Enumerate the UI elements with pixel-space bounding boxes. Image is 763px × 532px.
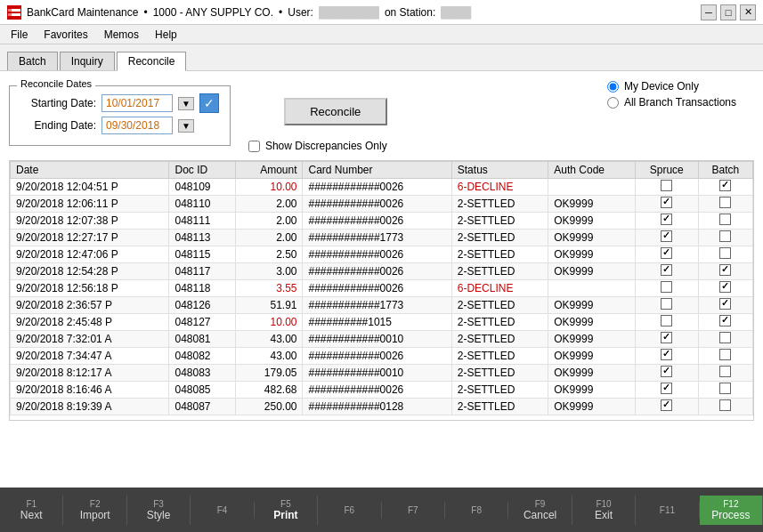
cell-spruce[interactable] xyxy=(635,179,698,196)
ending-date-dropdown[interactable]: ▼ xyxy=(178,119,194,133)
cell-spruce[interactable] xyxy=(635,297,698,314)
batch-checkbox[interactable] xyxy=(719,399,731,411)
cell-docid: 048081 xyxy=(169,331,235,348)
cell-batch[interactable] xyxy=(698,230,752,246)
menu-memos[interactable]: Memos xyxy=(97,27,146,43)
fkey-label: Print xyxy=(273,509,297,521)
cell-batch[interactable]: ✓ xyxy=(698,297,752,314)
batch-checkbox[interactable] xyxy=(719,366,731,377)
spruce-checkbox[interactable] xyxy=(661,298,672,310)
batch-checkbox[interactable] xyxy=(719,197,731,208)
batch-checkbox[interactable] xyxy=(719,349,731,360)
minimize-button[interactable]: ─ xyxy=(701,4,717,20)
cell-card: ############0026 xyxy=(303,196,451,213)
cell-spruce[interactable]: ✓ xyxy=(635,196,698,213)
fkey-f9[interactable]: F9Cancel xyxy=(508,496,572,525)
cell-card: ############1773 xyxy=(303,297,451,314)
date-confirm-button[interactable]: ✓ xyxy=(199,93,219,113)
spruce-checkbox[interactable] xyxy=(661,180,672,191)
menu-help[interactable]: Help xyxy=(148,27,184,43)
cell-batch[interactable] xyxy=(698,213,752,230)
fkey-f4[interactable]: F4 xyxy=(191,502,254,519)
cell-batch[interactable] xyxy=(698,246,752,263)
fkey-f10[interactable]: F10Exit xyxy=(572,496,636,525)
menu-file[interactable]: File xyxy=(4,27,35,43)
batch-checkbox[interactable] xyxy=(719,383,731,394)
cell-status: 2-SETTLED xyxy=(451,196,548,213)
reconcile-button[interactable]: Reconcile xyxy=(284,98,387,125)
cell-batch[interactable]: ✓ xyxy=(698,314,752,331)
cell-card: ##########1015 xyxy=(303,314,451,331)
close-button[interactable]: ✕ xyxy=(740,4,756,20)
batch-checkbox[interactable] xyxy=(719,230,731,242)
spruce-checkbox[interactable]: ✓ xyxy=(661,230,672,242)
cell-spruce[interactable]: ✓ xyxy=(635,365,698,382)
starting-date-input[interactable] xyxy=(101,94,173,112)
spruce-checkbox[interactable]: ✓ xyxy=(661,264,672,276)
spruce-checkbox[interactable]: ✓ xyxy=(661,197,672,208)
cell-spruce[interactable]: ✓ xyxy=(635,230,698,246)
batch-checkbox[interactable] xyxy=(719,332,731,343)
cell-spruce[interactable] xyxy=(635,314,698,331)
tab-reconcile[interactable]: Reconcile xyxy=(117,52,187,71)
spruce-checkbox[interactable]: ✓ xyxy=(661,399,672,411)
spruce-checkbox[interactable] xyxy=(661,315,672,326)
ending-date-input[interactable] xyxy=(101,117,173,134)
cell-spruce[interactable]: ✓ xyxy=(635,348,698,365)
batch-checkbox[interactable]: ✓ xyxy=(719,281,731,293)
my-device-radio[interactable] xyxy=(607,81,619,93)
batch-checkbox[interactable]: ✓ xyxy=(719,315,731,326)
cell-batch[interactable] xyxy=(698,331,752,348)
cell-spruce[interactable]: ✓ xyxy=(635,246,698,263)
cell-spruce[interactable]: ✓ xyxy=(635,263,698,280)
starting-date-dropdown[interactable]: ▼ xyxy=(178,97,194,110)
fkey-f7[interactable]: F7 xyxy=(382,502,445,519)
fkey-f5[interactable]: F5Print xyxy=(255,496,318,525)
cell-batch[interactable]: ✓ xyxy=(698,179,752,196)
cell-batch[interactable] xyxy=(698,399,752,415)
batch-checkbox[interactable]: ✓ xyxy=(719,180,731,191)
menu-favorites[interactable]: Favorites xyxy=(37,27,94,43)
batch-checkbox[interactable] xyxy=(719,247,731,259)
cell-batch[interactable] xyxy=(698,348,752,365)
fkey-f3[interactable]: F3Style xyxy=(127,496,191,525)
batch-checkbox[interactable]: ✓ xyxy=(719,264,731,276)
spruce-checkbox[interactable]: ✓ xyxy=(661,247,672,259)
batch-checkbox[interactable]: ✓ xyxy=(719,298,731,310)
cell-spruce[interactable] xyxy=(635,280,698,297)
cell-batch[interactable] xyxy=(698,382,752,399)
fkey-f12[interactable]: F12Process xyxy=(700,496,763,525)
cell-batch[interactable]: ✓ xyxy=(698,280,752,297)
cell-docid: 048117 xyxy=(169,263,235,280)
tab-inquiry[interactable]: Inquiry xyxy=(60,52,115,70)
cell-spruce[interactable]: ✓ xyxy=(635,399,698,415)
fkey-f8[interactable]: F8 xyxy=(445,502,508,519)
cell-batch[interactable]: ✓ xyxy=(698,263,752,280)
cell-date: 9/20/2018 2:36:57 P xyxy=(11,297,169,314)
cell-amount: 250.00 xyxy=(235,399,303,415)
show-discrepancies-checkbox[interactable] xyxy=(248,141,260,152)
cell-batch[interactable] xyxy=(698,196,752,213)
spruce-checkbox[interactable]: ✓ xyxy=(661,214,672,225)
spruce-checkbox[interactable]: ✓ xyxy=(661,349,672,360)
maximize-button[interactable]: □ xyxy=(720,4,736,20)
cell-spruce[interactable]: ✓ xyxy=(635,213,698,230)
cell-spruce[interactable]: ✓ xyxy=(635,331,698,348)
cell-batch[interactable] xyxy=(698,365,752,382)
fkey-f11[interactable]: F11 xyxy=(636,502,699,519)
tab-batch[interactable]: Batch xyxy=(7,52,58,70)
cell-spruce[interactable]: ✓ xyxy=(635,382,698,399)
fkey-f6[interactable]: F6 xyxy=(318,502,381,519)
spruce-checkbox[interactable]: ✓ xyxy=(661,366,672,377)
batch-checkbox[interactable] xyxy=(719,214,731,225)
spruce-checkbox[interactable]: ✓ xyxy=(661,383,672,394)
spruce-checkbox[interactable]: ✓ xyxy=(661,332,672,343)
fkey-f2[interactable]: F2Import xyxy=(63,496,126,525)
fkey-f1[interactable]: F1Next xyxy=(0,496,63,525)
svg-rect-3 xyxy=(7,5,12,20)
all-branch-radio[interactable] xyxy=(607,97,619,109)
spruce-checkbox[interactable] xyxy=(661,281,672,293)
discrepancy-row: Show Discrepancies Only xyxy=(248,140,387,152)
cell-card: ############0026 xyxy=(303,348,451,365)
ending-date-row: Ending Date: ▼ xyxy=(20,117,219,134)
